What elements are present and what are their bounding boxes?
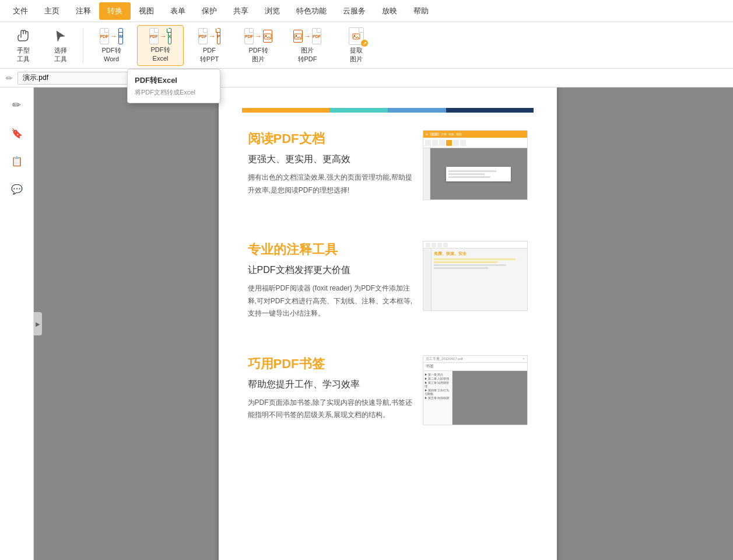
extract-image-label1: 提取 (350, 47, 363, 54)
menu-annotate[interactable]: 注释 (68, 2, 99, 20)
sidebar-pages-button[interactable]: 📋 (5, 149, 29, 173)
pdf-to-ppt-label1: PDF (203, 47, 216, 54)
address-bar: ✏ (0, 69, 733, 88)
color-bar-teal (329, 108, 388, 113)
select-tool-icon (50, 27, 71, 46)
sidebar-pencil-button[interactable]: ✏ (5, 93, 29, 117)
toolbar: 手型 工具 选择 工具 PDF → W PDF转 Word (0, 22, 733, 69)
collapse-icon: ▶ (36, 321, 40, 327)
pdf-to-word-label1: PDF转 (102, 47, 121, 54)
pdf-viewer: G 主页 注释 转换 视图 (42, 88, 733, 560)
page-color-bar (242, 108, 534, 113)
pdf-to-word-icon: PDF → W (101, 27, 122, 46)
section-bookmark: 员工手册_20120917.pdf × 书签 ▶ 第一章 简介 ▶ 第二章 入职… (242, 355, 534, 431)
collapse-toggle-button[interactable]: ▶ (34, 312, 42, 335)
comment-sidebar-icon: 💬 (11, 184, 23, 195)
menu-share[interactable]: 共享 (225, 2, 257, 20)
section-read: G 主页 注释 转换 视图 (242, 130, 534, 206)
color-bar-orange (242, 108, 329, 113)
extract-image-icon: ↗ (346, 27, 367, 46)
image-to-pdf-label2: 转PDF (298, 55, 317, 63)
section-annotate: 免费、快速、安全 专业的注释工具 让PDF文档发挥更大价值 (242, 241, 534, 320)
menu-bar: 文件 主页 注释 转换 视图 表单 保护 共享 浏览 特色功能 云服务 放映 帮… (0, 0, 733, 22)
hand-tool-icon (13, 27, 34, 46)
menu-convert[interactable]: 转换 (99, 2, 131, 20)
pages-sidebar-icon: 📋 (11, 156, 23, 167)
pdf-to-ppt-button[interactable]: PDF → P PDF 转PPT (186, 25, 233, 66)
image-to-pdf-label1: 图片 (301, 47, 314, 54)
select-tool-label1: 选择 (54, 47, 67, 54)
pencil-sidebar-icon: ✏ (12, 99, 21, 111)
image-to-pdf-button[interactable]: → PDF 图片 转PDF (284, 25, 331, 66)
pdf-to-word-button[interactable]: PDF → W PDF转 Word (88, 25, 135, 66)
menu-browse[interactable]: 浏览 (257, 2, 288, 20)
pdf-to-image-button[interactable]: PDF → PDF转 图片 (235, 25, 282, 66)
dropdown-tooltip: PDF转Excel 将PDF文档转成Excel (127, 69, 220, 103)
menu-play[interactable]: 放映 (374, 2, 405, 20)
pdf-to-image-label2: 图片 (252, 55, 265, 63)
extract-image-label2: 图片 (350, 55, 363, 63)
menu-feature[interactable]: 特色功能 (288, 2, 335, 20)
pdf-page: G 主页 注释 转换 视图 (219, 88, 557, 560)
dropdown-description: 将PDF文档转成Excel (135, 88, 213, 97)
menu-protect[interactable]: 保护 (194, 2, 225, 20)
section-annotate-mockup: 免费、快速、安全 (423, 241, 528, 311)
pdf-to-ppt-icon: PDF → P (199, 27, 220, 46)
pencil-icon: ✏ (6, 74, 13, 83)
select-tool-label2: 工具 (54, 55, 67, 63)
pdf-to-image-label1: PDF转 (249, 47, 268, 54)
content-area: ▶ G 主 (34, 88, 733, 560)
left-sidebar: ✏ 🔖 📋 💬 (0, 88, 34, 560)
menu-view[interactable]: 视图 (131, 2, 162, 20)
pdf-to-image-icon: PDF → (248, 27, 269, 46)
pdf-to-excel-icon: PDF → X (150, 28, 171, 46)
hand-tool-button[interactable]: 手型 工具 (6, 25, 41, 66)
section-read-mockup: G 主页 注释 转换 视图 (423, 130, 528, 200)
pdf-to-ppt-label2: 转PPT (200, 55, 219, 63)
menu-form[interactable]: 表单 (162, 2, 194, 20)
menu-file[interactable]: 文件 (5, 2, 36, 20)
menu-help[interactable]: 帮助 (405, 2, 437, 20)
hand-tool-label1: 手型 (17, 47, 30, 54)
dropdown-title: PDF转Excel (135, 75, 213, 86)
pdf-to-word-label2: Word (104, 55, 119, 63)
sidebar-comment-button[interactable]: 💬 (5, 177, 29, 201)
extract-image-button[interactable]: ↗ 提取 图片 (333, 25, 380, 66)
hand-tool-label2: 工具 (17, 55, 30, 63)
pdf-to-excel-button[interactable]: PDF → X PDF转 Excel (137, 25, 184, 66)
color-bar-blue (388, 108, 446, 113)
section-bookmark-mockup: 员工手册_20120917.pdf × 书签 ▶ 第一章 简介 ▶ 第二章 入职… (423, 355, 528, 425)
pdf-to-excel-label2: Excel (153, 55, 169, 62)
sidebar-bookmark-button[interactable]: 🔖 (5, 121, 29, 145)
pdf-to-excel-label1: PDF转 (151, 46, 170, 54)
menu-home[interactable]: 主页 (36, 2, 68, 20)
select-tool-button[interactable]: 选择 工具 (43, 25, 78, 66)
image-to-pdf-icon: → PDF (297, 27, 318, 46)
color-bar-dark (446, 108, 534, 113)
main-area: ✏ 🔖 📋 💬 ▶ (0, 88, 733, 560)
bookmark-sidebar-icon: 🔖 (11, 128, 23, 139)
toolbar-divider-1 (83, 28, 83, 63)
menu-cloud[interactable]: 云服务 (335, 2, 374, 20)
